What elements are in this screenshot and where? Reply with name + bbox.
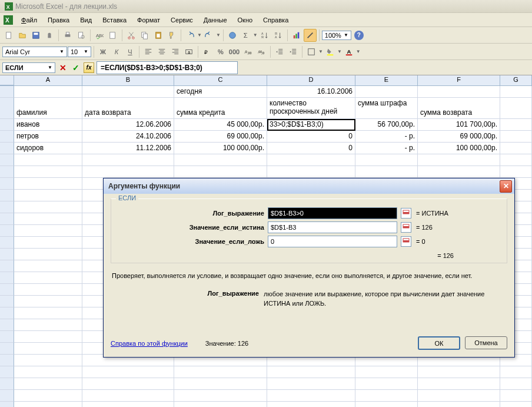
cell[interactable]: [500, 119, 532, 131]
cell[interactable]: 45 000,00р.: [174, 119, 267, 131]
font-name-combo[interactable]: Arial Cyr▼: [2, 47, 67, 57]
function-help-link[interactable]: Справка по этой функции: [111, 340, 188, 347]
save-icon[interactable]: [29, 29, 42, 42]
cell[interactable]: [267, 154, 355, 166]
arg1-input[interactable]: [268, 207, 397, 219]
row-header[interactable]: [0, 119, 14, 131]
row-header[interactable]: [0, 143, 14, 154]
cell[interactable]: [14, 154, 82, 166]
cell[interactable]: [355, 86, 418, 98]
cell[interactable]: [500, 154, 532, 166]
cell[interactable]: 16.10.2006: [267, 86, 355, 98]
cell[interactable]: [500, 366, 532, 378]
decrease-decimal-icon[interactable]: ,00,0: [255, 45, 268, 58]
row-header[interactable]: [0, 201, 14, 213]
hyperlink-icon[interactable]: [226, 29, 239, 42]
cell[interactable]: [418, 378, 500, 390]
cell[interactable]: сумма кредита: [174, 98, 267, 119]
menu-tools[interactable]: Сервис: [166, 15, 198, 25]
cell[interactable]: [355, 366, 418, 378]
align-center-icon[interactable]: [155, 45, 168, 58]
cell[interactable]: [355, 390, 418, 402]
cell[interactable]: [14, 237, 82, 249]
col-header-G[interactable]: G: [500, 75, 532, 85]
close-icon[interactable]: ✕: [500, 180, 512, 193]
cell[interactable]: [174, 390, 267, 402]
row-header[interactable]: [0, 260, 14, 272]
sort-asc-icon[interactable]: АЯ: [258, 29, 271, 42]
cell[interactable]: [418, 166, 500, 178]
dialog-titlebar[interactable]: Аргументы функции ✕: [104, 178, 514, 194]
cell[interactable]: фамилия: [14, 98, 82, 119]
cell[interactable]: [500, 378, 532, 390]
row-header[interactable]: [0, 319, 14, 331]
redo-icon[interactable]: [202, 29, 215, 42]
menu-window[interactable]: Окно: [233, 15, 258, 25]
merge-center-icon[interactable]: a: [182, 45, 195, 58]
cell[interactable]: [14, 272, 82, 284]
cell[interactable]: [267, 378, 355, 390]
menu-file[interactable]: Файлdocument.currentScript.previousSibli…: [16, 15, 42, 25]
cell[interactable]: 69 000,00р.: [418, 131, 500, 143]
cell[interactable]: [14, 343, 82, 355]
col-header-F[interactable]: F: [418, 75, 500, 85]
cell[interactable]: [267, 402, 355, 407]
row-header[interactable]: [0, 249, 14, 260]
cell[interactable]: [14, 366, 82, 378]
cell[interactable]: петров: [14, 131, 82, 143]
menu-edit[interactable]: Правка: [43, 15, 74, 25]
increase-decimal-icon[interactable]: ,0,00: [241, 45, 254, 58]
cell[interactable]: количество проскроченных дней: [267, 98, 355, 119]
paste-icon[interactable]: [152, 29, 165, 42]
row-header[interactable]: [0, 284, 14, 296]
cell[interactable]: [174, 378, 267, 390]
row-header[interactable]: [0, 390, 14, 402]
currency-icon[interactable]: ₽: [201, 45, 214, 58]
cell[interactable]: [14, 355, 82, 366]
cell[interactable]: [82, 154, 174, 166]
cell[interactable]: [14, 225, 82, 237]
cell[interactable]: [500, 86, 532, 98]
cell[interactable]: [174, 166, 267, 178]
cell[interactable]: [14, 213, 82, 225]
cell[interactable]: 100 000,00р.: [174, 143, 267, 154]
cell[interactable]: [14, 390, 82, 402]
new-icon[interactable]: [2, 29, 15, 42]
row-header[interactable]: [0, 86, 14, 98]
cell[interactable]: [355, 154, 418, 166]
font-size-combo[interactable]: 10▼: [68, 47, 91, 57]
cell[interactable]: [82, 166, 174, 178]
cell[interactable]: [14, 307, 82, 319]
format-painter-icon[interactable]: [165, 29, 178, 42]
align-right-icon[interactable]: [169, 45, 182, 58]
cell[interactable]: [500, 131, 532, 143]
bold-icon[interactable]: Ж: [97, 45, 109, 58]
row-header[interactable]: [0, 237, 14, 249]
cell[interactable]: [355, 378, 418, 390]
cell[interactable]: 56 700,00р.: [355, 119, 418, 131]
cell[interactable]: [500, 402, 532, 407]
cell[interactable]: 12.06.2006: [82, 119, 174, 131]
cut-icon[interactable]: [125, 29, 138, 42]
fx-icon[interactable]: fx: [84, 62, 94, 73]
col-header-C[interactable]: C: [174, 75, 267, 85]
cell[interactable]: [14, 402, 82, 407]
cell[interactable]: [14, 166, 82, 178]
copy-icon[interactable]: [138, 29, 151, 42]
collapse-dialog-icon[interactable]: [401, 208, 411, 219]
cell[interactable]: - р.: [355, 143, 418, 154]
select-all-corner[interactable]: [0, 75, 14, 85]
zoom-combo[interactable]: 100%▼: [322, 31, 351, 40]
cell[interactable]: сумма возврата: [418, 98, 500, 119]
cell[interactable]: [14, 178, 82, 190]
undo-dropdown-icon[interactable]: ▼: [197, 32, 202, 38]
print-icon[interactable]: [61, 29, 74, 42]
cell[interactable]: [174, 366, 267, 378]
cell[interactable]: 101 700,00р.: [418, 119, 500, 131]
align-left-icon[interactable]: [142, 45, 155, 58]
drawing-icon[interactable]: [304, 29, 317, 42]
sort-desc-icon[interactable]: ЯА: [272, 29, 285, 42]
col-header-A[interactable]: A: [14, 75, 82, 85]
menu-view[interactable]: Вид: [75, 15, 97, 25]
cancel-button[interactable]: Отмена: [465, 336, 507, 349]
